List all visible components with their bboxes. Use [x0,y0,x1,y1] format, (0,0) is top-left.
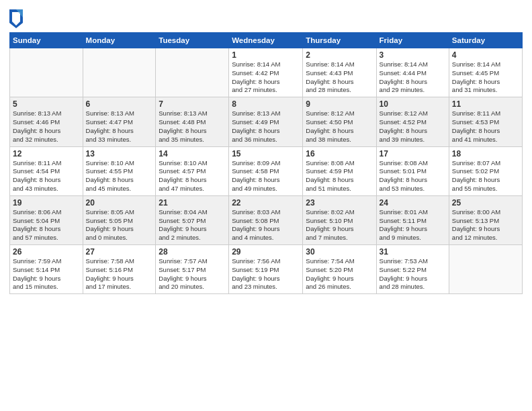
calendar-cell: 14Sunrise: 8:10 AM Sunset: 4:57 PM Dayli… [156,146,229,195]
weekday-header: Wednesday [229,33,303,48]
calendar-week-row: 19Sunrise: 8:06 AM Sunset: 5:04 PM Dayli… [10,195,523,244]
day-info: Sunrise: 8:08 AM Sunset: 5:01 PM Dayligh… [380,159,446,193]
calendar-cell: 23Sunrise: 8:02 AM Sunset: 5:10 PM Dayli… [303,195,376,244]
day-number: 31 [380,247,446,257]
day-info: Sunrise: 8:10 AM Sunset: 4:57 PM Dayligh… [159,159,226,193]
day-number: 26 [13,247,80,257]
page: SundayMondayTuesdayWednesdayThursdayFrid… [0,0,532,411]
day-info: Sunrise: 7:56 AM Sunset: 5:19 PM Dayligh… [232,257,300,291]
day-info: Sunrise: 7:59 AM Sunset: 5:14 PM Dayligh… [13,257,80,291]
weekday-header: Thursday [303,33,376,48]
day-number: 6 [86,99,153,109]
calendar-cell: 9Sunrise: 8:12 AM Sunset: 4:50 PM Daylig… [303,97,376,146]
calendar-table: SundayMondayTuesdayWednesdayThursdayFrid… [9,32,523,294]
day-info: Sunrise: 7:58 AM Sunset: 5:16 PM Dayligh… [86,257,153,291]
calendar-cell: 3Sunrise: 8:14 AM Sunset: 4:44 PM Daylig… [376,48,449,97]
calendar-week-row: 5Sunrise: 8:13 AM Sunset: 4:46 PM Daylig… [10,97,523,146]
calendar-cell [10,48,83,97]
day-number: 15 [232,149,300,158]
weekday-header: Friday [376,33,449,48]
calendar-cell: 25Sunrise: 8:00 AM Sunset: 5:13 PM Dayli… [449,195,522,244]
day-number: 24 [380,198,446,208]
weekday-header: Monday [83,33,156,48]
header [9,7,523,28]
calendar-cell: 15Sunrise: 8:09 AM Sunset: 4:58 PM Dayli… [229,146,303,195]
logo [9,9,26,28]
calendar-header-row: SundayMondayTuesdayWednesdayThursdayFrid… [10,33,523,48]
day-info: Sunrise: 8:05 AM Sunset: 5:05 PM Dayligh… [86,208,153,242]
day-number: 29 [232,247,300,257]
weekday-header: Sunday [10,33,83,48]
day-number: 11 [452,99,519,109]
day-info: Sunrise: 8:09 AM Sunset: 4:58 PM Dayligh… [232,159,300,193]
calendar-cell: 17Sunrise: 8:08 AM Sunset: 5:01 PM Dayli… [376,146,449,195]
day-number: 10 [380,99,446,109]
day-number: 5 [13,99,80,109]
day-info: Sunrise: 7:57 AM Sunset: 5:17 PM Dayligh… [159,257,226,291]
day-number: 14 [159,149,226,158]
day-number: 12 [13,149,80,158]
calendar-cell: 16Sunrise: 8:08 AM Sunset: 4:59 PM Dayli… [303,146,376,195]
day-number: 4 [452,50,519,60]
day-number: 2 [306,50,373,60]
day-info: Sunrise: 8:01 AM Sunset: 5:11 PM Dayligh… [380,208,446,242]
calendar-cell [449,245,522,294]
day-number: 7 [159,99,226,109]
calendar-cell: 18Sunrise: 8:07 AM Sunset: 5:02 PM Dayli… [449,146,522,195]
day-number: 8 [232,99,300,109]
calendar-cell: 1Sunrise: 8:14 AM Sunset: 4:42 PM Daylig… [229,48,303,97]
day-info: Sunrise: 8:13 AM Sunset: 4:47 PM Dayligh… [86,109,153,144]
day-info: Sunrise: 7:54 AM Sunset: 5:20 PM Dayligh… [306,257,373,291]
day-number: 21 [159,198,226,208]
calendar-cell: 2Sunrise: 8:14 AM Sunset: 4:43 PM Daylig… [303,48,376,97]
calendar-cell: 19Sunrise: 8:06 AM Sunset: 5:04 PM Dayli… [10,195,83,244]
day-number: 30 [306,247,373,257]
day-info: Sunrise: 8:03 AM Sunset: 5:08 PM Dayligh… [232,208,300,242]
day-info: Sunrise: 8:11 AM Sunset: 4:53 PM Dayligh… [452,109,519,144]
day-number: 23 [306,198,373,208]
calendar-cell: 10Sunrise: 8:12 AM Sunset: 4:52 PM Dayli… [376,97,449,146]
day-number: 16 [306,149,373,158]
day-info: Sunrise: 8:02 AM Sunset: 5:10 PM Dayligh… [306,208,373,242]
calendar-cell: 22Sunrise: 8:03 AM Sunset: 5:08 PM Dayli… [229,195,303,244]
calendar-cell: 30Sunrise: 7:54 AM Sunset: 5:20 PM Dayli… [303,245,376,294]
day-number: 19 [13,198,80,208]
calendar-cell: 13Sunrise: 8:10 AM Sunset: 4:55 PM Dayli… [83,146,156,195]
calendar-cell: 20Sunrise: 8:05 AM Sunset: 5:05 PM Dayli… [83,195,156,244]
calendar-cell: 6Sunrise: 8:13 AM Sunset: 4:47 PM Daylig… [83,97,156,146]
logo-icon [9,9,23,28]
day-info: Sunrise: 8:14 AM Sunset: 4:45 PM Dayligh… [452,60,519,95]
day-number: 22 [232,198,300,208]
calendar-cell: 8Sunrise: 8:13 AM Sunset: 4:49 PM Daylig… [229,97,303,146]
calendar-cell: 26Sunrise: 7:59 AM Sunset: 5:14 PM Dayli… [10,245,83,294]
weekday-header: Tuesday [156,33,229,48]
day-info: Sunrise: 8:13 AM Sunset: 4:48 PM Dayligh… [159,109,226,144]
day-info: Sunrise: 8:10 AM Sunset: 4:55 PM Dayligh… [86,159,153,193]
day-info: Sunrise: 8:00 AM Sunset: 5:13 PM Dayligh… [452,208,519,242]
calendar-week-row: 26Sunrise: 7:59 AM Sunset: 5:14 PM Dayli… [10,245,523,294]
day-info: Sunrise: 8:11 AM Sunset: 4:54 PM Dayligh… [13,159,80,193]
day-info: Sunrise: 8:12 AM Sunset: 4:50 PM Dayligh… [306,109,373,144]
calendar-cell: 21Sunrise: 8:04 AM Sunset: 5:07 PM Dayli… [156,195,229,244]
day-number: 3 [380,50,446,60]
calendar-cell: 31Sunrise: 7:53 AM Sunset: 5:22 PM Dayli… [376,245,449,294]
calendar-cell: 29Sunrise: 7:56 AM Sunset: 5:19 PM Dayli… [229,245,303,294]
calendar-cell: 4Sunrise: 8:14 AM Sunset: 4:45 PM Daylig… [449,48,522,97]
calendar-week-row: 1Sunrise: 8:14 AM Sunset: 4:42 PM Daylig… [10,48,523,97]
calendar-cell [156,48,229,97]
day-number: 9 [306,99,373,109]
day-info: Sunrise: 8:14 AM Sunset: 4:42 PM Dayligh… [232,60,300,95]
day-info: Sunrise: 8:14 AM Sunset: 4:43 PM Dayligh… [306,60,373,95]
day-number: 25 [452,198,519,208]
calendar-week-row: 12Sunrise: 8:11 AM Sunset: 4:54 PM Dayli… [10,146,523,195]
day-info: Sunrise: 7:53 AM Sunset: 5:22 PM Dayligh… [380,257,446,291]
day-info: Sunrise: 8:07 AM Sunset: 5:02 PM Dayligh… [452,159,519,193]
day-info: Sunrise: 8:14 AM Sunset: 4:44 PM Dayligh… [380,60,446,95]
calendar-cell: 11Sunrise: 8:11 AM Sunset: 4:53 PM Dayli… [449,97,522,146]
calendar-cell: 5Sunrise: 8:13 AM Sunset: 4:46 PM Daylig… [10,97,83,146]
day-info: Sunrise: 8:13 AM Sunset: 4:46 PM Dayligh… [13,109,80,144]
calendar-cell [83,48,156,97]
calendar-cell: 7Sunrise: 8:13 AM Sunset: 4:48 PM Daylig… [156,97,229,146]
day-number: 27 [86,247,153,257]
day-info: Sunrise: 8:06 AM Sunset: 5:04 PM Dayligh… [13,208,80,242]
